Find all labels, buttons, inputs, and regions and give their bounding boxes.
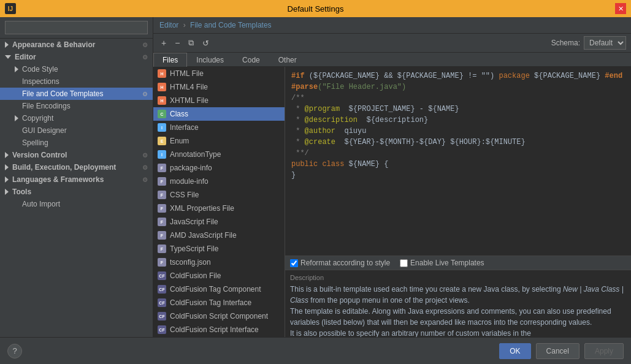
build-expand-icon <box>5 164 9 170</box>
schema-select[interactable]: Default <box>584 36 626 50</box>
template-item[interactable]: EEnum <box>153 134 285 148</box>
search-box <box>0 17 153 39</box>
code-editor[interactable]: #if (${PACKAGE_NAME} && ${PACKAGE_NAME} … <box>285 67 631 256</box>
template-item[interactable]: CFColdFusion Tag Component <box>153 282 285 296</box>
template-item[interactable]: Fmodule-info <box>153 175 285 188</box>
tools-expand-icon <box>5 189 9 195</box>
sidebar-item-languages[interactable]: Languages & Frameworks ⚙ <box>0 173 153 186</box>
template-icon: F <box>157 230 167 240</box>
template-icon: CF <box>157 284 167 294</box>
sidebar-item-file-encodings[interactable]: File Encodings <box>0 100 153 112</box>
template-icon: C <box>157 109 167 119</box>
template-item[interactable]: Fpackage-info <box>153 161 285 175</box>
template-item[interactable]: FCSS File <box>153 188 285 202</box>
copyright-expand-icon <box>15 115 18 121</box>
template-icon: F <box>157 217 167 227</box>
template-item[interactable]: IInterface <box>153 121 285 134</box>
description-text: This is a built-in template used each ti… <box>290 284 626 337</box>
reformat-checkbox[interactable] <box>290 259 298 267</box>
file-templates-icon: ⚙ <box>142 91 148 97</box>
tab-other[interactable]: Other <box>269 53 306 67</box>
code-line: #parse("File Header.java") <box>291 82 625 93</box>
sidebar-item-build[interactable]: Build, Execution, Deployment ⚙ <box>0 161 153 173</box>
template-item[interactable]: Ftsconfig.json <box>153 256 285 269</box>
remove-template-button[interactable]: − <box>172 36 183 50</box>
template-item[interactable]: CFColdFusion Tag Interface <box>153 296 285 309</box>
copy-template-button[interactable]: ⧉ <box>185 36 197 50</box>
bottom-bar: ? OK Cancel Apply <box>0 337 631 364</box>
sidebar-item-copyright[interactable]: Copyright <box>0 112 153 124</box>
code-line: } <box>291 170 625 181</box>
template-item[interactable]: FXML Properties File <box>153 202 285 215</box>
expand-icon-editor <box>5 55 11 59</box>
reset-template-button[interactable]: ↺ <box>199 37 212 50</box>
template-icon: I <box>157 123 167 132</box>
expand-icon <box>5 42 9 48</box>
live-templates-checkbox[interactable] <box>400 259 408 267</box>
sidebar-item-gui-designer[interactable]: GUI Designer <box>0 124 153 137</box>
code-line: * @program ${PROJECT_NAME} - ${NAME} <box>291 104 625 115</box>
sidebar-item-tools[interactable]: Tools <box>0 186 153 198</box>
template-icon: CF <box>157 298 167 308</box>
description-title: Description <box>290 274 626 281</box>
vc-settings-icon: ⚙ <box>142 152 148 159</box>
tab-includes[interactable]: Includes <box>187 53 233 67</box>
template-item[interactable]: CFColdFusion Script Interface <box>153 323 285 336</box>
template-icon: F <box>157 257 167 267</box>
code-line: #if (${PACKAGE_NAME} && ${PACKAGE_NAME} … <box>291 70 625 82</box>
sidebar-item-auto-import[interactable]: Auto Import <box>0 198 153 210</box>
svg-text:IJ: IJ <box>8 6 13 12</box>
reformat-option[interactable]: Reformat according to style <box>290 259 390 267</box>
sidebar-item-code-style[interactable]: Code Style <box>0 63 153 75</box>
add-template-button[interactable]: + <box>158 36 169 50</box>
template-icon: E <box>157 136 167 146</box>
template-icon: CF <box>157 311 167 321</box>
code-line: * @create ${YEAR}-${MONTH}-${DAY} ${HOUR… <box>291 137 625 148</box>
window-title: Default Settings <box>16 4 615 13</box>
build-settings-icon: ⚙ <box>142 164 148 171</box>
template-icon: H <box>157 82 167 92</box>
sidebar-item-inspections[interactable]: Inspections <box>0 75 153 88</box>
ok-button[interactable]: OK <box>499 343 530 359</box>
template-list-panel: HHTML FileHHTML4 FileHXHTML FileCClassII… <box>153 67 631 337</box>
sidebar-item-editor[interactable]: Editor ⚙ <box>0 51 153 63</box>
template-icon: H <box>157 96 167 105</box>
template-item[interactable]: CFColdFusion Script Component <box>153 309 285 323</box>
sidebar-item-file-code-templates[interactable]: File and Code Templates ⚙ <box>0 88 153 100</box>
template-icon: F <box>157 163 167 173</box>
editor-settings-icon: ⚙ <box>142 54 148 61</box>
template-item[interactable]: CClass <box>153 107 285 121</box>
template-item[interactable]: FAMD JavaScript File <box>153 229 285 242</box>
tabs-row: Files Includes Code Other <box>153 53 631 67</box>
template-item[interactable]: HHTML File <box>153 67 285 80</box>
tab-files[interactable]: Files <box>153 53 187 67</box>
cancel-button[interactable]: Cancel <box>536 343 579 359</box>
code-line: **/ <box>291 148 625 159</box>
schema-area: Schema: Default <box>551 36 626 50</box>
template-item[interactable]: HHTML4 File <box>153 80 285 94</box>
live-templates-option[interactable]: Enable Live Templates <box>400 259 484 267</box>
help-button[interactable]: ? <box>7 344 22 358</box>
template-item[interactable]: HXHTML File <box>153 94 285 107</box>
search-input[interactable] <box>5 21 148 34</box>
template-icon: I <box>157 150 167 159</box>
template-icon: F <box>157 203 167 213</box>
code-line: public class ${NAME} { <box>291 159 625 170</box>
template-item[interactable]: IAnnotationType <box>153 148 285 161</box>
sidebar-item-version-control[interactable]: Version Control ⚙ <box>0 149 153 161</box>
template-icon: CF <box>157 325 167 335</box>
sidebar-item-appearance[interactable]: Appearance & Behavior ⚙ <box>0 39 153 51</box>
template-item[interactable]: FJavaScript File <box>153 215 285 229</box>
title-bar: IJ Default Settings ✕ <box>0 0 631 17</box>
sidebar: Appearance & Behavior ⚙ Editor ⚙ Code St… <box>0 17 153 337</box>
template-item[interactable]: CFColdFusion File <box>153 269 285 282</box>
template-icon: CF <box>157 271 167 281</box>
template-item[interactable]: FTypeScript File <box>153 242 285 256</box>
description-area: Description This is a built-in template … <box>285 270 631 337</box>
editor-options: Reformat according to style Enable Live … <box>285 256 631 270</box>
sidebar-item-spelling[interactable]: Spelling <box>0 137 153 149</box>
close-button[interactable]: ✕ <box>615 3 626 14</box>
apply-button[interactable]: Apply <box>584 343 624 359</box>
tab-code[interactable]: Code <box>233 53 269 67</box>
code-style-expand-icon <box>15 66 18 72</box>
